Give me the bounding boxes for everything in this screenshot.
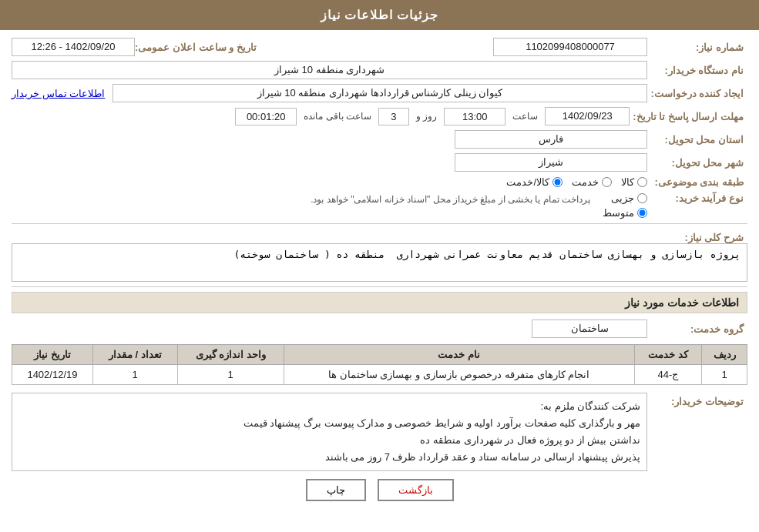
need-description-row: شرح کلی نیاز: [12,229,747,282]
deadline-time-label: ساعت [512,111,538,122]
table-cell: 1402/12/19 [12,365,93,385]
table-cell: 1 [177,365,284,385]
need-number-row: شماره نیاز: 1102099408000077 تاریخ و ساع… [12,38,747,56]
creator-link[interactable]: اطلاعات تماس خریدار [12,88,105,99]
services-table: ردیف کد خدمت نام خدمت واحد اندازه گیری ت… [12,344,747,385]
deadline-date: 1402/09/23 [545,107,630,125]
page-header: جزئیات اطلاعات نیاز [0,0,759,30]
category-kala-label: کالا [621,176,634,188]
category-kala-khedmat-radio[interactable] [552,177,563,187]
category-khedmat-label: خدمت [572,176,599,188]
purchase-jozi-label: جزیی [611,192,634,204]
purchase-type-options: جزیی متوسط پرداخت تمام یا بخشی از مبلغ خ… [12,192,647,219]
col-radif: ردیف [702,345,747,365]
deadline-days-label: روز و [416,111,437,122]
purchase-type-note: پرداخت تمام یا بخشی از مبلغ خریداز محل "… [12,192,590,206]
col-name: نام خدمت [284,345,634,365]
action-buttons: بازگشت چاپ [12,479,747,501]
province-row: استان محل تحویل: فارس [12,130,747,149]
deadline-remain-label: ساعت باقی مانده [304,111,371,122]
category-row: طبقه بندی موضوعی: کالا خدمت کالا/خدمت [12,176,747,188]
col-unit: واحد اندازه گیری [177,345,284,365]
page-wrapper: جزئیات اطلاعات نیاز شماره نیاز: 11020994… [0,0,759,532]
category-khedmat[interactable]: خدمت [572,176,612,188]
creator-value: کیوان زینلی کارشناس قراردادها شهرداری من… [113,84,647,102]
need-number-label: شماره نیاز: [647,42,747,53]
purchase-type-col: جزیی متوسط [603,192,647,219]
deadline-row: مهلت ارسال پاسخ تا تاریخ: 1402/09/23 ساع… [12,107,747,125]
city-value: شیراز [455,153,647,172]
creator-row: ایجاد کننده درخواست: کیوان زینلی کارشناس… [12,84,747,102]
city-label: شهر محل تحویل: [647,157,747,169]
deadline-days: 3 [378,108,409,125]
send-deadline-label: مهلت ارسال پاسخ تا تاریخ: [633,111,747,122]
deadline-time: 13:00 [444,108,505,125]
category-kala[interactable]: کالا [621,176,647,188]
purchase-mottavasset-radio[interactable] [637,208,647,218]
back-button[interactable]: بازگشت [378,479,454,501]
service-group-label: گروه خدمت: [647,323,747,335]
category-khedmat-radio[interactable] [602,177,612,187]
purchase-jozi-radio[interactable] [637,193,647,203]
table-cell: انجام کارهای متفرقه درخصوص بازسازی و بهس… [284,365,634,385]
public-announce-label: تاریخ و ساعت اعلان عمومی: [135,42,260,53]
purchase-type-label: نوع فرآیند خرید: [647,192,747,204]
category-label: طبقه بندی موضوعی: [647,176,747,188]
buyer-org-label: نام دستگاه خریدار: [647,65,747,76]
buyer-notes-box: شرکت کنندگان ملزم به:مهر و بارگذاری کلیه… [12,393,647,471]
services-section-title: اطلاعات خدمات مورد نیاز [12,292,747,313]
col-code: کد خدمت [634,345,702,365]
table-cell: 1 [92,365,177,385]
print-button[interactable]: چاپ [306,479,366,501]
province-label: استان محل تحویل: [647,134,747,146]
buyer-org-value: شهرداری منطقه 10 شیراز [12,61,647,79]
purchase-type-row: نوع فرآیند خرید: جزیی متوسط پرداخت تمام … [12,192,747,219]
header-title: جزئیات اطلاعات نیاز [321,8,439,22]
category-kala-khedmat-label: کالا/خدمت [506,176,549,188]
deadline-remain: 00:01:20 [235,108,297,125]
category-options: کالا خدمت کالا/خدمت [12,176,647,188]
need-description-textarea[interactable] [12,243,747,282]
public-announce-value: 1402/09/20 - 12:26 [12,38,135,56]
purchase-mottavasset[interactable]: متوسط [603,207,647,219]
main-content: شماره نیاز: 1102099408000077 تاریخ و ساع… [0,30,759,517]
creator-label: ایجاد کننده درخواست: [647,88,747,99]
table-header-row: ردیف کد خدمت نام خدمت واحد اندازه گیری ت… [12,345,747,365]
need-description-label: شرح کلی نیاز: [647,229,747,243]
col-date: تاریخ نیاز [12,345,93,365]
divider2 [12,286,747,287]
purchase-mottavasset-label: متوسط [603,207,634,219]
purchase-jozi[interactable]: جزیی [603,192,647,204]
need-number-value: 1102099408000077 [493,38,647,56]
table-cell: 1 [702,365,747,385]
col-qty: تعداد / مقدار [92,345,177,365]
service-group-value: ساختمان [532,320,647,338]
province-value: فارس [455,130,647,149]
table-cell: ج-44 [634,365,702,385]
buyer-org-row: نام دستگاه خریدار: شهرداری منطقه 10 شیرا… [12,61,747,79]
category-kala-radio[interactable] [637,177,647,187]
category-kala-khedmat[interactable]: کالا/خدمت [506,176,563,188]
service-group-row: گروه خدمت: ساختمان [12,320,747,338]
city-row: شهر محل تحویل: شیراز [12,153,747,172]
buyer-notes-label: توضیحات خریدار: [647,393,747,407]
divider1 [12,223,747,224]
table-row: 1ج-44انجام کارهای متفرقه درخصوص بازسازی … [12,365,747,385]
buyer-notes-row: توضیحات خریدار: شرکت کنندگان ملزم به:مهر… [12,393,747,471]
